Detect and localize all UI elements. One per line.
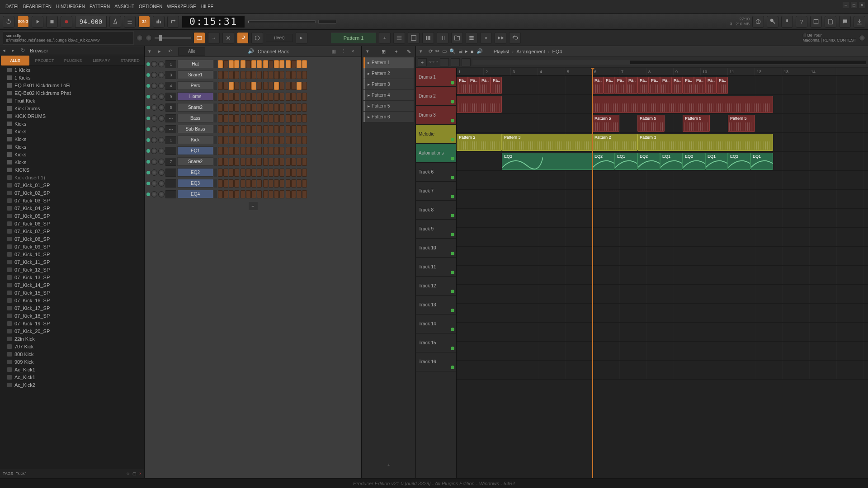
wait-input-icon[interactable] <box>124 16 136 28</box>
render-icon[interactable] <box>810 16 822 28</box>
playlist-clip[interactable]: Pattern 5 <box>728 115 755 132</box>
channel-mixer-slot[interactable]: --- <box>165 114 176 122</box>
browser-file[interactable]: 07_Kick_17_SP <box>0 304 144 312</box>
picker-edit-icon[interactable]: ✎ <box>407 49 411 55</box>
browser-folder[interactable]: Kicks <box>0 127 144 135</box>
step-cell[interactable] <box>246 114 251 122</box>
browser-file[interactable]: 07_Kick_18_SP <box>0 312 144 319</box>
step-cell[interactable] <box>251 103 256 112</box>
step-cell[interactable] <box>302 136 307 144</box>
channel-mute-led[interactable] <box>146 62 150 66</box>
step-cell[interactable] <box>223 169 228 177</box>
step-indicator[interactable]: 32 <box>138 16 150 28</box>
track-lane[interactable] <box>457 247 868 266</box>
pattern-picker-item[interactable]: ▸Pattern 4 <box>363 90 414 100</box>
step-cell[interactable] <box>297 82 302 90</box>
step-cell[interactable] <box>291 71 296 79</box>
step-cell[interactable] <box>291 60 296 68</box>
channel-pan-knob[interactable] <box>151 148 157 154</box>
browser-folder[interactable]: KICKS <box>0 166 144 174</box>
browser-folder[interactable]: KICK DRUMS <box>0 112 144 120</box>
step-cell[interactable] <box>241 147 245 155</box>
step-cell[interactable] <box>218 158 223 166</box>
channel-pan-knob[interactable] <box>151 126 157 132</box>
step-cell[interactable] <box>251 190 256 198</box>
step-cell[interactable] <box>223 125 228 133</box>
step-cell[interactable] <box>257 71 262 79</box>
browser-file[interactable]: 707 Kick <box>0 343 144 350</box>
step-cell[interactable] <box>291 136 296 144</box>
step-cell[interactable] <box>263 71 268 79</box>
step-cell[interactable] <box>246 158 251 166</box>
step-cell[interactable] <box>291 179 296 188</box>
step-cell[interactable] <box>257 136 262 144</box>
channel-select[interactable] <box>214 179 217 188</box>
step-cell[interactable] <box>263 82 268 90</box>
mic-icon[interactable] <box>781 16 793 28</box>
playlist-sync-icon[interactable]: ⟳ <box>429 48 433 54</box>
track-lane[interactable] <box>457 266 868 285</box>
step-cell[interactable] <box>302 82 307 90</box>
step-cell[interactable] <box>218 179 223 188</box>
channel-mute-led[interactable] <box>146 127 150 131</box>
close-all-icon[interactable]: × <box>480 32 492 44</box>
plugin-db-icon[interactable] <box>466 32 477 44</box>
track-header[interactable]: Track 8 <box>416 201 456 220</box>
step-cell[interactable] <box>218 71 223 79</box>
step-cell[interactable] <box>251 82 256 90</box>
channel-vol-knob[interactable] <box>158 191 165 197</box>
step-cell[interactable] <box>302 125 307 133</box>
browser-file[interactable]: 07_Kick_16_SP <box>0 296 144 304</box>
step-cell[interactable] <box>246 125 251 133</box>
track-header[interactable]: Track 15 <box>416 333 456 352</box>
step-cell[interactable] <box>279 190 284 198</box>
step-cell[interactable] <box>263 179 268 188</box>
step-cell[interactable] <box>286 103 291 112</box>
browser-folder[interactable]: 1 Kicks <box>0 66 144 74</box>
step-cell[interactable] <box>223 82 228 90</box>
playlist-stop-icon[interactable]: ■ <box>471 49 474 54</box>
track-lane[interactable] <box>457 323 868 342</box>
step-cell[interactable] <box>279 136 284 144</box>
browser-file[interactable]: 07_Kick_06_SP <box>0 220 144 227</box>
channel-mute-led[interactable] <box>146 73 150 77</box>
step-cell[interactable] <box>234 82 239 90</box>
channel-mute-led[interactable] <box>146 106 150 109</box>
download-icon[interactable] <box>854 16 865 28</box>
track-mute-led[interactable] <box>451 328 454 331</box>
view-channel-rack-icon[interactable] <box>422 32 434 44</box>
track-grid[interactable]: 1234567891011121314Pa..Pa..Pa..Pa..Pa..P… <box>457 68 868 478</box>
picker-play-icon[interactable]: ▸ <box>368 60 370 65</box>
step-cell[interactable] <box>269 158 274 166</box>
step-cell[interactable] <box>302 179 307 188</box>
step-cell[interactable] <box>251 125 256 133</box>
track-header[interactable]: Drums 1 <box>416 68 456 87</box>
step-cell[interactable] <box>269 190 274 198</box>
save-icon[interactable] <box>825 16 836 28</box>
step-cell[interactable] <box>246 190 251 198</box>
song-position-bar[interactable] <box>248 20 316 23</box>
rack-speaker-icon[interactable]: 🔊 <box>248 48 254 54</box>
step-cell[interactable] <box>223 136 228 144</box>
step-cell[interactable] <box>291 125 296 133</box>
track-lane[interactable] <box>457 342 868 361</box>
step-cell[interactable] <box>274 114 279 122</box>
playlist-clip[interactable]: Pattern 5 <box>637 115 665 132</box>
track-lane[interactable] <box>457 228 868 247</box>
browser-file[interactable]: Ac_Kick1 <box>0 366 144 373</box>
step-cell[interactable] <box>257 82 262 90</box>
channel-vol-knob[interactable] <box>158 169 165 176</box>
browser-folder[interactable]: Kick Drums <box>0 104 144 112</box>
step-cell[interactable] <box>241 190 245 198</box>
step-cell[interactable] <box>274 125 279 133</box>
view-browser-icon[interactable] <box>451 32 463 44</box>
channel-select[interactable] <box>214 125 217 133</box>
step-cell[interactable] <box>286 158 291 166</box>
step-cell[interactable] <box>291 82 296 90</box>
step-cell[interactable] <box>274 158 279 166</box>
channel-select[interactable] <box>214 82 217 90</box>
step-cell[interactable] <box>234 93 239 101</box>
track-mute-led[interactable] <box>451 271 454 274</box>
crumb-playlist[interactable]: Playlist <box>494 49 509 54</box>
browser-insert-item[interactable]: Kick (Insert 1) <box>0 174 144 181</box>
